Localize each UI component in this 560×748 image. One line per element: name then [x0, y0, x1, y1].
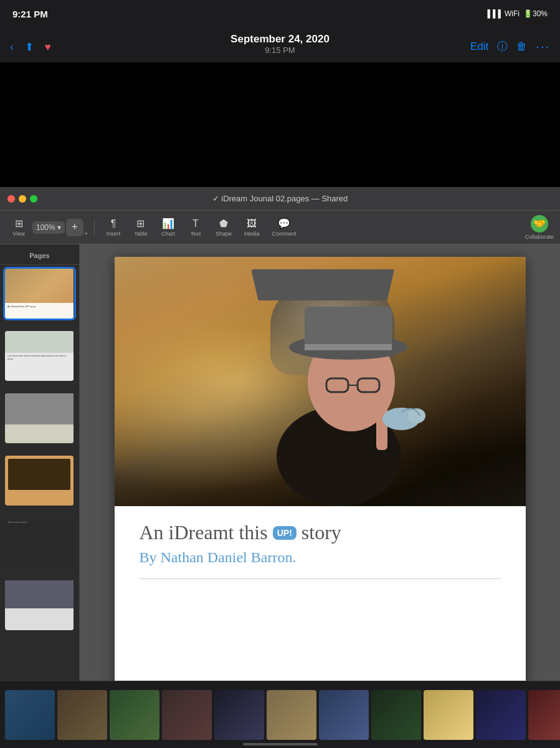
strip-photo-10[interactable] — [476, 690, 526, 740]
svg-rect-5 — [305, 344, 392, 350]
strip-photo-6[interactable] — [267, 690, 316, 740]
zoom-chevron: ▾ — [57, 223, 61, 232]
page-thumb-4[interactable]: 4 — [0, 456, 79, 506]
insert-button[interactable]: ¶ Insert — [101, 216, 126, 239]
page-thumb-5[interactable]: Dark content text block 5 — [0, 518, 79, 568]
doc-illustration — [115, 257, 526, 506]
collaborate-button[interactable]: 🤝 Collaborate — [525, 215, 554, 240]
media-label: Media — [244, 231, 260, 237]
page-4-thumb[interactable] — [5, 456, 74, 506]
status-bar: 9:21 PM ▐▐▐ WiFi 🔋30% — [0, 0, 560, 27]
status-icons: ▐▐▐ WiFi 🔋30% — [485, 9, 548, 18]
pages-titlebar: ✓ iDream Jounal 02.pages — Shared — [0, 187, 560, 211]
doc-title-part1: An iDreamt this — [140, 521, 268, 544]
strip-photo-9[interactable] — [424, 690, 473, 740]
text-label: Text — [191, 231, 201, 237]
wifi-icon: WiFi — [505, 9, 520, 18]
shape-icon: ⬟ — [219, 218, 228, 229]
doc-title-part2: story — [301, 521, 341, 544]
scroll-indicator — [243, 743, 318, 746]
page-4-preview — [5, 456, 74, 506]
battery-icon: 🔋30% — [523, 9, 548, 18]
doc-title-line: An iDreamt this UP! story — [140, 521, 501, 544]
traffic-lights — [7, 195, 37, 203]
page-6-thumb[interactable] — [5, 580, 74, 630]
share-button[interactable]: ⬆ — [25, 41, 34, 54]
doc-up-badge: UP! — [273, 526, 297, 540]
page-1-thumb[interactable]: An iDreamt this UP! story — [5, 269, 74, 319]
table-button[interactable]: ⊞ Table — [128, 215, 153, 239]
page-thumb-6[interactable]: 6 — [0, 580, 79, 630]
collaborate-label: Collaborate — [525, 234, 554, 240]
signal-icon: ▐▐▐ — [485, 9, 501, 18]
strip-photo-3[interactable] — [110, 690, 159, 740]
page-thumb-2[interactable]: Lorem ipsum dolor sit amet consectetur a… — [0, 331, 79, 381]
nav-title-group: September 24, 2020 9:15 PM — [230, 33, 330, 55]
media-icon: 🖼 — [247, 218, 257, 229]
page-3-preview — [5, 393, 74, 443]
photo-strip — [0, 681, 560, 748]
page-thumb-1[interactable]: An iDreamt this UP! story 1 — [0, 269, 79, 319]
text-icon: T — [192, 218, 199, 229]
doc-author: By Nathan Daniel Barron. — [140, 549, 501, 566]
strip-photo-4[interactable] — [162, 690, 212, 740]
sidebar-header: Pages — [0, 249, 79, 265]
chart-button[interactable]: 📊 Chart — [156, 215, 181, 239]
pages-window: ✓ iDream Jounal 02.pages — Shared ⊞ View… — [0, 187, 560, 681]
add-page-icon: + — [71, 221, 78, 234]
view-label: View — [12, 231, 24, 237]
page-2-thumb[interactable]: Lorem ipsum dolor sit amet consectetur a… — [5, 331, 74, 381]
comment-button[interactable]: 💬 Comment — [267, 215, 301, 239]
pages-canvas[interactable]: An iDreamt this UP! story By Nathan Dani… — [80, 244, 560, 681]
text-button[interactable]: T Text — [183, 216, 208, 239]
strip-photo-5[interactable] — [214, 690, 264, 740]
collaborate-icon: 🤝 — [531, 215, 548, 233]
favorite-button[interactable]: ♥ — [45, 41, 51, 54]
zoom-control[interactable]: 100% ▾ — [32, 221, 65, 234]
info-button[interactable]: ⓘ — [497, 39, 508, 54]
pages-sidebar: Pages An iDreamt this UP! story 1 Lore — [0, 244, 80, 681]
page-6-preview — [5, 580, 74, 630]
svg-rect-4 — [305, 307, 392, 350]
page-5-thumb[interactable]: Dark content text block — [5, 518, 74, 568]
insert-label: Insert — [107, 231, 121, 237]
nav-title: September 24, 2020 — [230, 33, 330, 46]
strip-photo-7[interactable] — [319, 690, 369, 740]
toolbar-sep-1 — [94, 218, 95, 237]
pages-main: Pages An iDreamt this UP! story 1 Lore — [0, 244, 560, 681]
table-icon: ⊞ — [136, 218, 145, 229]
strip-photo-1[interactable] — [5, 690, 55, 740]
doc-divider — [140, 578, 501, 579]
shape-label: Shape — [216, 231, 232, 237]
page-5-preview: Dark content text block — [5, 518, 74, 568]
page-thumb-3[interactable]: 3 — [0, 393, 79, 443]
add-page-button[interactable]: + — [66, 219, 83, 236]
edit-button[interactable]: Edit — [470, 41, 488, 53]
strip-photo-8[interactable] — [371, 690, 421, 740]
zoom-value: 100% — [36, 223, 55, 232]
strip-photo-2[interactable] — [57, 690, 107, 740]
page-1-preview: An iDreamt this UP! story — [5, 269, 74, 319]
media-button[interactable]: 🖼 Media — [239, 216, 265, 239]
nav-right-buttons: Edit ⓘ 🗑 ··· — [470, 39, 550, 54]
page-document: An iDreamt this UP! story By Nathan Dani… — [115, 257, 526, 681]
insert-icon: ¶ — [111, 218, 116, 229]
strip-photo-11[interactable] — [528, 690, 560, 740]
more-button[interactable]: ··· — [536, 39, 550, 54]
pages-toolbar: ⊞ View 100% ▾ + + ¶ Insert ⊞ Table 📊 Cha… — [0, 211, 560, 244]
view-group: ⊞ View 100% ▾ + + — [6, 215, 88, 239]
shape-button[interactable]: ⬟ Shape — [211, 215, 237, 239]
nav-left-buttons: ‹ ⬆ ♥ — [10, 41, 51, 54]
back-button[interactable]: ‹ — [10, 41, 14, 54]
black-gap — [0, 62, 560, 187]
close-button[interactable] — [7, 195, 15, 203]
delete-button[interactable]: 🗑 — [516, 41, 527, 53]
maximize-button[interactable] — [30, 195, 37, 203]
view-button[interactable]: ⊞ View — [6, 215, 31, 239]
minimize-button[interactable] — [19, 195, 26, 203]
table-label: Table — [134, 231, 148, 237]
comment-label: Comment — [272, 231, 297, 237]
page-3-thumb[interactable] — [5, 393, 74, 443]
titlebar-title: ✓ iDream Jounal 02.pages — Shared — [212, 194, 348, 203]
chart-icon: 📊 — [162, 218, 174, 229]
